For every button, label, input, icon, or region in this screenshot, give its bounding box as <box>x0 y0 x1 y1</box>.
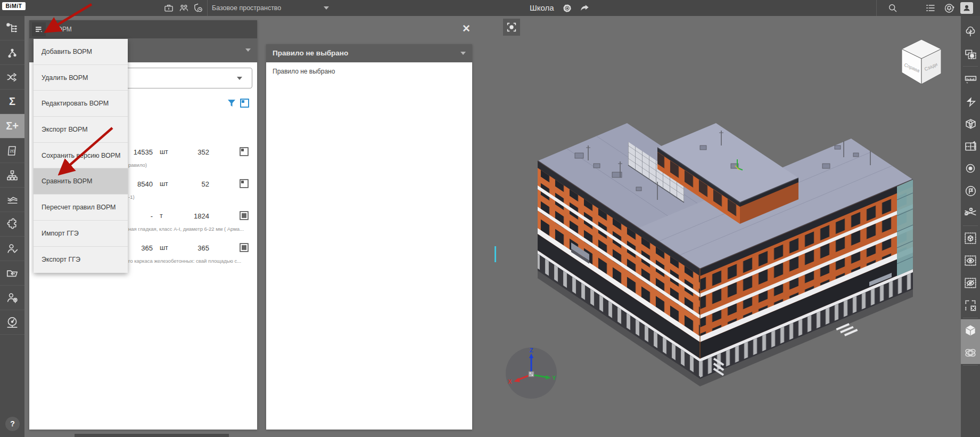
team-icon <box>178 3 190 13</box>
layout-toggle-button[interactable] <box>240 99 249 108</box>
tool-vegetation[interactable] <box>961 20 980 43</box>
menu-item-recalc-rules-vorm[interactable]: Пересчет правил ВОРМ <box>34 195 128 221</box>
tool-deselect[interactable] <box>961 294 980 317</box>
briefcase-button[interactable] <box>163 2 175 14</box>
eye-off-icon <box>963 276 977 290</box>
deselect-icon <box>963 298 977 312</box>
settings-button[interactable] <box>561 2 573 14</box>
axis-gizmo[interactable]: Z X Y <box>505 346 558 400</box>
menu-item-export-gge[interactable]: Экспорт ГГЭ <box>34 247 128 273</box>
tool-sum-add[interactable]: Σ+ <box>0 114 24 139</box>
flag-icon <box>964 184 977 198</box>
left-toolbar: Σ Σ+ 2D <box>0 16 24 437</box>
help-button[interactable]: ? <box>5 417 20 431</box>
workspace-chevron-down-icon[interactable] <box>324 6 329 10</box>
share-button[interactable] <box>579 2 591 14</box>
panel-scrollbar[interactable] <box>495 246 496 262</box>
tool-measure[interactable] <box>961 68 980 90</box>
notifications-icon <box>944 3 955 14</box>
menu-item-edit-vorm[interactable]: Редактировать ВОРМ <box>34 91 128 117</box>
row-description: равило) <box>128 162 251 168</box>
filter-button[interactable] <box>227 99 236 110</box>
select-chevron-icon <box>237 77 242 80</box>
layout-toggle-fill <box>242 100 244 103</box>
tool-section-box[interactable] <box>961 112 980 135</box>
row-view-glyph <box>241 149 244 151</box>
row-view-glyph <box>242 213 246 218</box>
shield-status-button[interactable] <box>192 2 204 14</box>
tool-model-tree[interactable] <box>0 16 24 41</box>
right-toolbar-separator <box>963 66 978 67</box>
row-view-button[interactable] <box>240 179 249 188</box>
menu-item-export-vorm[interactable]: Экспорт ВОРМ <box>34 117 128 143</box>
menu-item-import-gge[interactable]: Импорт ГГЭ <box>34 221 128 247</box>
workspace-selector[interactable]: Базовое пространство <box>212 0 281 16</box>
navigation-cube[interactable]: Справа Сзади <box>899 37 944 86</box>
tool-doc-2d[interactable]: 2D <box>0 139 24 163</box>
tool-flag[interactable] <box>961 180 980 202</box>
menu-item-delete-vorm[interactable]: Удалить ВОРМ <box>34 65 128 91</box>
tool-structure[interactable] <box>0 163 24 188</box>
axis-y-label: Y <box>552 375 556 381</box>
tool-solid-view[interactable] <box>961 319 980 342</box>
floor-plan-icon <box>964 140 977 153</box>
right-toolbar: 1 2 <box>961 16 980 437</box>
vorm-panel-header: ВОРМ <box>29 20 257 38</box>
list-icon <box>925 3 936 13</box>
tool-floor-plan[interactable] <box>961 135 980 157</box>
rule-panel-title: Правило не выбрано <box>273 44 348 62</box>
focus-model-button[interactable] <box>503 19 520 36</box>
tool-clash[interactable] <box>961 90 980 112</box>
tool-overlap-selection[interactable] <box>961 43 980 65</box>
tool-grid-axes[interactable]: 1 2 <box>961 202 980 224</box>
tool-connections[interactable] <box>0 41 24 65</box>
tool-sum[interactable]: Σ <box>0 90 24 114</box>
tool-user-check[interactable] <box>0 237 24 261</box>
account-button[interactable] <box>960 2 973 14</box>
user-check-icon <box>6 242 19 255</box>
close-panel-button[interactable]: ✕ <box>461 23 472 34</box>
notifications-button[interactable] <box>943 2 955 14</box>
row-view-button[interactable] <box>240 147 249 156</box>
row-unit: шт <box>160 180 168 188</box>
menu-item-compare-vorm[interactable]: Сравнить ВОРМ <box>34 168 128 195</box>
structure-icon <box>6 169 19 182</box>
tool-trends[interactable] <box>0 188 24 212</box>
vorm-menu-button[interactable] <box>32 22 46 36</box>
overlap-selection-icon <box>964 47 977 61</box>
model-tree-icon <box>5 21 19 35</box>
app-logo-text: BiMiT <box>5 3 22 9</box>
focus-icon <box>506 21 517 33</box>
tool-folder-transfer[interactable] <box>0 261 24 286</box>
building-3d-model[interactable] <box>524 115 929 389</box>
rule-panel-header[interactable]: Правило не выбрано <box>266 44 472 62</box>
tool-dashboard[interactable] <box>0 310 24 335</box>
row-view-button[interactable] <box>240 211 249 220</box>
dashboard-icon <box>5 315 19 329</box>
tool-plugins[interactable] <box>0 212 24 237</box>
tool-match-routes[interactable] <box>0 65 24 90</box>
team-button[interactable] <box>178 2 190 14</box>
search-button[interactable] <box>887 2 899 14</box>
menu-item-save-version-vorm[interactable]: Сохранить версию ВОРМ <box>34 143 128 169</box>
app-logo[interactable]: BiMiT <box>2 2 26 10</box>
bottom-panel-edge <box>75 434 229 437</box>
solid-cube-icon <box>963 323 977 337</box>
doc-2d-icon: 2D <box>6 144 19 157</box>
row-view-button[interactable] <box>240 243 249 252</box>
user-location-icon <box>6 291 19 304</box>
tool-user-location[interactable] <box>0 286 24 310</box>
tool-orbit[interactable] <box>961 342 980 364</box>
menu-item-add-vorm[interactable]: Добавить ВОРМ <box>34 39 128 65</box>
tool-locate[interactable] <box>961 157 980 180</box>
right-toolbar-separator <box>963 365 978 366</box>
row-description: -1) <box>128 194 251 200</box>
tool-cube-visibility[interactable] <box>961 227 980 249</box>
tool-show[interactable] <box>961 249 980 272</box>
locate-icon <box>964 162 977 175</box>
shield-status-icon <box>193 3 204 13</box>
orbit-icon <box>963 346 977 360</box>
tool-hide[interactable] <box>961 272 980 294</box>
clash-icon <box>964 95 977 108</box>
list-button[interactable] <box>925 2 936 14</box>
